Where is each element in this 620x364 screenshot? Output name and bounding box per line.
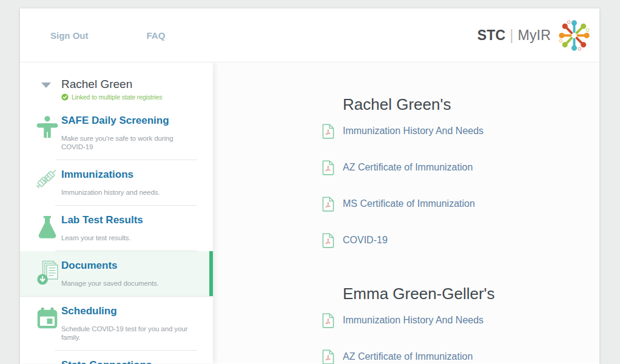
section-heading: Rachel Green's bbox=[343, 94, 599, 115]
sidebar-item-label: Documents bbox=[61, 259, 198, 272]
sidebar-item-description: Learn your test results. bbox=[61, 234, 198, 242]
person-icon bbox=[36, 115, 59, 141]
pdf-file-icon bbox=[322, 349, 335, 364]
document-link-label: MS Certificate of Immunization bbox=[343, 198, 475, 209]
sidebar: Rachel Green Linked to multiple state re… bbox=[20, 62, 213, 363]
documents-icon bbox=[36, 260, 59, 286]
document-link-row[interactable]: Immunization History And Needs bbox=[322, 302, 599, 339]
document-link-row[interactable]: Immunization History And Needs bbox=[322, 113, 599, 149]
document-link-label: AZ Certificate of Immunization bbox=[343, 351, 473, 362]
document-section: Rachel Green's Immunization History And … bbox=[322, 94, 599, 258]
calendar-icon bbox=[36, 306, 59, 331]
sidebar-item-scheduling[interactable]: Scheduling Schedule COVID-19 test for yo… bbox=[20, 297, 213, 351]
pdf-file-icon bbox=[322, 312, 335, 329]
document-link-row[interactable]: COVID-19 bbox=[322, 222, 599, 258]
starburst-logo-icon bbox=[557, 18, 591, 53]
faq-link[interactable]: FAQ bbox=[147, 30, 166, 41]
pdf-file-icon bbox=[322, 196, 335, 212]
syringes-icon bbox=[36, 169, 59, 195]
body-row: Rachel Green Linked to multiple state re… bbox=[20, 62, 599, 363]
document-link-row[interactable]: AZ Certificate of Immunization bbox=[322, 339, 599, 364]
brand-divider: | bbox=[505, 27, 517, 43]
chevron-down-icon[interactable] bbox=[41, 83, 51, 88]
top-header: Sign Out FAQ STC|MyIR bbox=[20, 8, 599, 62]
app-window: Sign Out FAQ STC|MyIR Rachel Green Linke… bbox=[20, 8, 599, 364]
brand-text: STC|MyIR bbox=[477, 27, 551, 44]
sidebar-item-documents[interactable]: Documents Manage your saved documents. bbox=[20, 251, 213, 297]
sidebar-item-description: Schedule COVID-19 test for you and your … bbox=[61, 325, 198, 342]
sidebar-item-description: Make sure you're safe to work during COV… bbox=[61, 134, 198, 151]
sidebar-item-description: Immunization history and needs. bbox=[61, 188, 198, 197]
document-link-row[interactable]: AZ Certificate of Immunization bbox=[322, 149, 599, 186]
sign-out-link[interactable]: Sign Out bbox=[50, 30, 89, 41]
document-link-row[interactable]: MS Certificate of Immunization bbox=[322, 186, 599, 222]
user-name: Rachel Green bbox=[61, 78, 198, 91]
header-nav: Sign Out FAQ bbox=[50, 30, 165, 41]
document-list: Immunization History And Needs AZ Certif… bbox=[322, 302, 599, 364]
user-status-text: Linked to multiple state registries bbox=[72, 93, 162, 101]
sidebar-item-label: State Connections bbox=[61, 359, 198, 364]
sidebar-item-label: Scheduling bbox=[61, 305, 198, 317]
main-content: Rachel Green's Immunization History And … bbox=[213, 62, 599, 363]
brand-stc-label: STC bbox=[477, 27, 506, 43]
sidebar-menu: SAFE Daily Screening Make sure you're sa… bbox=[20, 106, 213, 364]
document-link-label: Immunization History And Needs bbox=[343, 315, 484, 326]
document-link-label: Immunization History And Needs bbox=[343, 126, 484, 136]
document-link-label: COVID-19 bbox=[343, 235, 388, 246]
document-link-label: AZ Certificate of Immunization bbox=[343, 162, 473, 173]
sidebar-item-lab-test-results[interactable]: Lab Test Results Learn your test results… bbox=[20, 206, 213, 251]
sidebar-user-block: Rachel Green Linked to multiple state re… bbox=[20, 62, 213, 106]
flask-icon bbox=[36, 215, 59, 240]
sidebar-item-description: Manage your saved documents. bbox=[61, 279, 198, 288]
transfer-arrows-icon bbox=[36, 360, 59, 364]
document-section: Emma Green-Geller's Immunization History… bbox=[322, 283, 599, 364]
user-status-badge: Linked to multiple state registries bbox=[61, 93, 198, 101]
sidebar-item-immunizations[interactable]: Immunizations Immunization history and n… bbox=[20, 160, 213, 206]
pdf-file-icon bbox=[322, 232, 335, 249]
brand-logo: STC|MyIR bbox=[477, 18, 591, 53]
pdf-file-icon bbox=[322, 123, 335, 140]
document-list: Immunization History And Needs AZ Certif… bbox=[322, 113, 599, 258]
sidebar-item-label: Immunizations bbox=[61, 168, 198, 181]
check-circle-icon bbox=[61, 93, 69, 101]
pdf-file-icon bbox=[322, 160, 335, 176]
sidebar-item-safe-daily-screening[interactable]: SAFE Daily Screening Make sure you're sa… bbox=[20, 106, 213, 160]
section-heading: Emma Green-Geller's bbox=[343, 283, 599, 304]
sidebar-item-label: SAFE Daily Screening bbox=[61, 114, 198, 127]
sidebar-item-state-connections[interactable]: State Connections bbox=[20, 351, 213, 364]
brand-myir-label: MyIR bbox=[518, 27, 551, 43]
sidebar-item-label: Lab Test Results bbox=[61, 214, 198, 226]
